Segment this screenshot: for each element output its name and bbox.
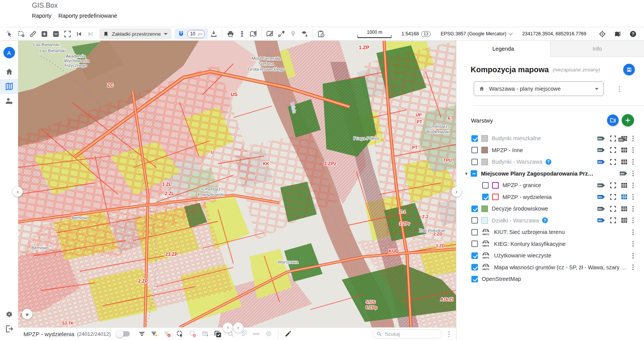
- composition-selector[interactable]: Warszawa - plany miejscowe: [474, 81, 604, 96]
- layer-checkbox[interactable]: [471, 135, 478, 142]
- rail-settings-button[interactable]: [0, 307, 18, 322]
- expand-tools-button[interactable]: »: [22, 309, 32, 319]
- add-layer-button[interactable]: [622, 114, 634, 126]
- select-area-button[interactable]: [15, 28, 27, 39]
- geometry-chain-button[interactable]: [250, 328, 262, 339]
- layer-checkbox[interactable]: [471, 170, 477, 177]
- layer-checkbox[interactable]: [471, 159, 478, 165]
- layer-checkbox[interactable]: [471, 206, 478, 212]
- layer-menu-button[interactable]: [632, 135, 634, 142]
- layer-export-button[interactable]: [299, 28, 310, 39]
- layer-checkbox[interactable]: [482, 182, 489, 189]
- location-pin-button[interactable]: [287, 28, 299, 39]
- layer-menu-button[interactable]: [632, 217, 634, 224]
- crs-selector[interactable]: EPSG:3857 (Google Mercator): [441, 31, 512, 36]
- help-button[interactable]: ?: [627, 28, 639, 39]
- layer-checkbox[interactable]: [471, 264, 478, 270]
- rail-logout-button[interactable]: [0, 322, 18, 336]
- rail-users-button[interactable]: [0, 94, 18, 108]
- zoom-in-button[interactable]: [38, 28, 50, 39]
- layer-checkbox[interactable]: [471, 147, 478, 153]
- tab-legenda[interactable]: Legenda: [456, 41, 550, 57]
- layer-checkbox[interactable]: [471, 229, 478, 236]
- clear-selection-button[interactable]: [186, 328, 199, 339]
- collapse-left-panel-handle[interactable]: ›: [13, 187, 23, 197]
- layer-menu-button[interactable]: [632, 194, 634, 200]
- bottombar-menu-button[interactable]: ⋮: [446, 331, 452, 337]
- table-collapse-up-button[interactable]: ∧: [223, 322, 233, 333]
- search-input[interactable]: [384, 331, 436, 337]
- layer-menu-button[interactable]: [632, 240, 634, 247]
- labels-toggle-button[interactable]: abc: [597, 136, 605, 141]
- add-group-button[interactable]: [607, 114, 619, 126]
- layer-menu-button[interactable]: [632, 182, 634, 189]
- snap-tolerance-input[interactable]: 10 px: [187, 30, 205, 38]
- collapse-right-panel-handle[interactable]: ›: [451, 187, 461, 197]
- zoom-to-extent-button[interactable]: [610, 217, 616, 224]
- search-box[interactable]: [373, 329, 442, 338]
- load-style-button[interactable]: [208, 28, 220, 39]
- filter-button[interactable]: [135, 328, 148, 339]
- route-button[interactable]: [276, 28, 287, 39]
- tab-info[interactable]: Info: [550, 41, 644, 57]
- attribute-table-button[interactable]: [621, 217, 627, 224]
- spatial-bookmarks-button[interactable]: Zakładki przestrzenne: [99, 28, 171, 39]
- print-button[interactable]: [225, 28, 236, 39]
- attribute-table-button[interactable]: [621, 194, 627, 200]
- composition-menu-button[interactable]: ⋮: [616, 86, 622, 92]
- attribute-table-button[interactable]: [621, 206, 627, 212]
- layer-checkbox[interactable]: [482, 194, 489, 200]
- labels-toggle-button[interactable]: abc: [597, 159, 605, 164]
- zoom-out-button[interactable]: [50, 28, 62, 39]
- menu-raporty[interactable]: Raporty: [32, 13, 52, 19]
- map-location-button[interactable]: [248, 28, 259, 39]
- layer-menu-button[interactable]: [632, 206, 634, 212]
- clipboard-clock-button[interactable]: [315, 28, 327, 39]
- attribute-table-button[interactable]: [621, 182, 627, 189]
- magnet-icon[interactable]: [178, 30, 185, 37]
- layer-checkbox[interactable]: [471, 240, 478, 247]
- map-draw-button[interactable]: [264, 28, 276, 39]
- zoom-to-extent-button[interactable]: [610, 194, 616, 200]
- labels-toggle-button[interactable]: abc: [619, 171, 627, 176]
- zoom-to-extent-button[interactable]: [610, 159, 616, 165]
- next-view-button[interactable]: [85, 28, 96, 39]
- layer-menu-button[interactable]: [632, 147, 634, 153]
- previous-view-button[interactable]: [73, 28, 85, 39]
- clear-filter-button[interactable]: [161, 328, 173, 339]
- table-export-button[interactable]: [199, 328, 211, 339]
- help-icon[interactable]: ?: [542, 217, 548, 223]
- full-extent-button[interactable]: [62, 28, 73, 39]
- menu-raporty-predefiniowane[interactable]: Raporty predefiniowane: [58, 13, 117, 19]
- layer-checkbox[interactable]: [471, 217, 478, 224]
- rail-map-button[interactable]: [0, 79, 18, 94]
- layer-checkbox[interactable]: [471, 252, 478, 259]
- my-location-button[interactable]: [596, 28, 608, 39]
- layer-menu-button[interactable]: [632, 170, 634, 177]
- layer-menu-button[interactable]: [632, 159, 634, 165]
- attribute-table-button[interactable]: [621, 147, 627, 153]
- expander-icon[interactable]: ▼: [462, 171, 471, 176]
- zoom-level-badge[interactable]: 13: [421, 31, 431, 37]
- street-view-button[interactable]: [236, 28, 248, 39]
- multi-select-button[interactable]: [211, 328, 224, 339]
- zoom-to-extent-button[interactable]: [610, 182, 616, 189]
- layer-menu-button[interactable]: [632, 264, 634, 270]
- layer-checkbox[interactable]: [471, 276, 478, 282]
- map-feedback-button[interactable]: [612, 28, 623, 39]
- measure-ruler-button[interactable]: [27, 28, 38, 39]
- labels-toggle-button[interactable]: abc: [597, 183, 605, 188]
- help-icon[interactable]: ?: [546, 159, 551, 165]
- table-collapse-down-button[interactable]: ∨: [233, 322, 243, 333]
- attribute-table-button[interactable]: [621, 159, 627, 165]
- filter-favorites-button[interactable]: [148, 328, 161, 339]
- save-composition-button[interactable]: [623, 64, 635, 75]
- labels-toggle-button[interactable]: abc: [597, 218, 605, 223]
- avatar[interactable]: A: [3, 47, 15, 58]
- labels-toggle-button[interactable]: abc: [597, 148, 605, 153]
- labels-toggle-button[interactable]: abc: [597, 206, 605, 211]
- select-features-button[interactable]: [173, 328, 186, 339]
- rail-home-button[interactable]: [0, 65, 18, 79]
- edit-button[interactable]: [281, 328, 294, 339]
- auto-select-button[interactable]: [4, 28, 15, 39]
